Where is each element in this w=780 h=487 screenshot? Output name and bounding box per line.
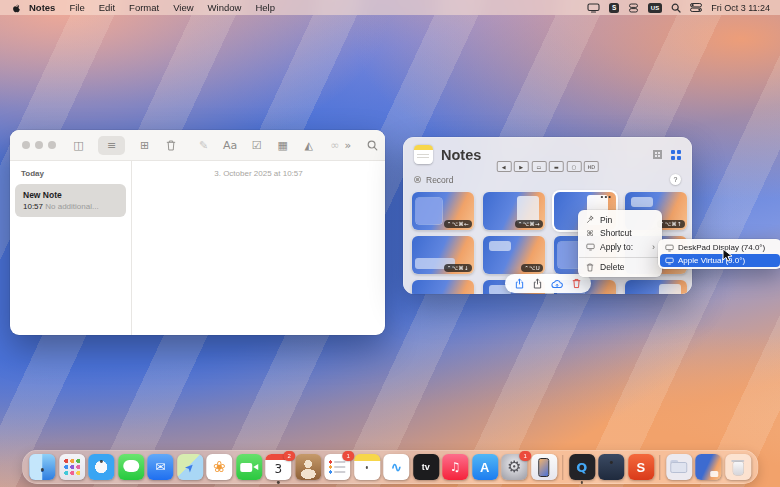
dock-messages[interactable] [118, 454, 144, 480]
menu-bar-clock[interactable]: Fri Oct 3 11:24 [711, 3, 770, 13]
delete-note-icon[interactable] [164, 137, 177, 154]
dock-quicktime[interactable]: Q [569, 454, 595, 480]
list-view-icon[interactable]: ≡ [98, 136, 125, 155]
thumbnail-window-shape [631, 197, 653, 207]
dock-safari[interactable] [88, 454, 114, 480]
display-icon [665, 257, 674, 265]
menu-item[interactable]: Window [208, 2, 242, 13]
toolbar-overflow-icon[interactable]: » [341, 137, 354, 154]
submenu-chevron-icon: › [652, 242, 655, 252]
sidebar-toggle-icon[interactable]: ◫ [72, 137, 85, 154]
menu-item-apply-to[interactable]: Apply to: › [578, 240, 662, 254]
format-icon[interactable]: Aa [223, 137, 237, 154]
search-icon[interactable] [366, 137, 379, 154]
gallery-view-active-icon[interactable] [671, 150, 681, 160]
panel-title: Notes [441, 147, 481, 163]
thumbnail-shortcut-badge: ⌃⌥⌘↓ [444, 264, 472, 272]
grid-view-icon[interactable] [653, 150, 662, 159]
thumbnail-shortcut-badge: ⌃⌥U [521, 264, 543, 272]
export-icon[interactable] [533, 278, 542, 289]
recording-thumbnail[interactable]: ⌃⌥⌘↓ [412, 236, 474, 274]
display-option-button[interactable]: ▭ [531, 161, 546, 172]
menu-item-delete[interactable]: Delete [578, 261, 662, 275]
dock-app-store[interactable]: A [472, 454, 498, 480]
dock-settings[interactable]: ⚙ 1 [501, 454, 527, 480]
dock-downloads[interactable] [666, 454, 692, 480]
menu-item[interactable]: Format [129, 2, 159, 13]
note-editor[interactable]: 3. October 2025 at 10:57 [132, 161, 385, 335]
zoom-button[interactable] [48, 141, 56, 149]
stacked-windows-menu-icon[interactable] [628, 3, 639, 13]
menu-item[interactable]: File [69, 2, 84, 13]
active-app-name[interactable]: Notes [29, 2, 55, 13]
notes-section-header: Today [15, 167, 126, 184]
dock-facetime[interactable] [236, 454, 262, 480]
dock-apple-tv[interactable]: tv [413, 454, 439, 480]
dock-freeform[interactable]: ∿ [383, 454, 409, 480]
submenu-item[interactable]: Apple Virtual (9.0°) [660, 254, 780, 267]
dock-music[interactable]: ♫ [442, 454, 468, 480]
menu-item[interactable]: Edit [99, 2, 115, 13]
icloud-upload-icon[interactable] [551, 279, 563, 289]
menu-bar: Notes FileEditFormatViewWindowHelp S US … [0, 0, 780, 15]
close-button[interactable] [22, 141, 30, 149]
thumbnail-shortcut-badge: ⌃⌥⌘← [444, 220, 472, 228]
submenu-item[interactable]: DeskPad Display (74.0°) [660, 241, 780, 254]
dock-iphone-mirroring[interactable] [531, 454, 557, 480]
dock: ✉ ➤ ❀ 3 2 1 [22, 450, 758, 484]
help-button[interactable]: ? [670, 174, 681, 185]
spotlight-icon[interactable] [671, 3, 681, 13]
media-icon[interactable]: ◭ [302, 137, 315, 154]
notification-badge: 1 [519, 451, 531, 461]
dock-contacts[interactable] [295, 454, 321, 480]
shottr-menu-icon[interactable]: S [609, 3, 619, 13]
menu-item-pin[interactable]: Pin [578, 213, 662, 227]
thumbnail-action-bar [505, 274, 591, 293]
dock-minimized-window[interactable] [695, 454, 721, 480]
recording-thumbnail[interactable]: ⌃⌥⌘← [412, 192, 474, 230]
delete-recording-icon[interactable] [572, 278, 581, 289]
minimize-button[interactable] [35, 141, 43, 149]
apple-menu-icon[interactable] [10, 2, 21, 14]
menu-item[interactable]: Help [255, 2, 275, 13]
table-icon[interactable]: ▦ [276, 137, 289, 154]
menu-item-shortcut[interactable]: ⌘ Shortcut [578, 227, 662, 241]
menu-item[interactable]: View [173, 2, 193, 13]
link-icon[interactable]: ∞ [328, 137, 341, 154]
dock-photos[interactable]: ❀ [206, 454, 232, 480]
dock-calendar[interactable]: 3 2 [265, 454, 291, 480]
recording-thumbnail[interactable]: ⌃⌥U [483, 236, 545, 274]
dock-maps[interactable]: ➤ [177, 454, 203, 480]
thumbnail-menu-dots[interactable]: ••• [601, 192, 612, 201]
dock-notes[interactable] [354, 454, 380, 480]
dock-reminders[interactable]: 1 [324, 454, 350, 480]
control-center-icon[interactable] [690, 3, 702, 12]
recording-thumbnail[interactable] [625, 280, 687, 294]
dock-finder[interactable] [29, 454, 55, 480]
dock-shottr[interactable]: S [628, 454, 654, 480]
recording-thumbnail[interactable] [412, 280, 474, 294]
overlay-option-button[interactable]: ▢ [566, 161, 581, 172]
input-source-badge[interactable]: US [648, 3, 662, 13]
step-back-button[interactable]: ◀ [496, 161, 511, 172]
note-list-item[interactable]: New Note 10:57 No additional... [15, 184, 126, 217]
display-option-filled-button[interactable]: ▬ [549, 161, 564, 172]
notification-badge: 1 [342, 451, 354, 461]
window-controls [22, 141, 56, 149]
play-button[interactable]: ▶ [514, 161, 529, 172]
submenu-item-label: DeskPad Display (74.0°) [678, 243, 765, 252]
hd-quality-button[interactable]: HD [584, 161, 599, 172]
gallery-view-icon[interactable]: ⊞ [138, 137, 151, 154]
dock-trash[interactable] [725, 454, 751, 480]
recording-thumbnail[interactable]: ⌃⌥⌘→ [483, 192, 545, 230]
submenu-item-label: Apple Virtual (9.0°) [678, 256, 745, 265]
share-icon[interactable] [515, 278, 524, 289]
checklist-icon[interactable]: ☑ [250, 137, 263, 154]
compose-icon[interactable]: ✎ [197, 137, 210, 154]
display-icon [585, 243, 595, 251]
dock-launchpad[interactable] [59, 454, 85, 480]
menu-item-label: Pin [600, 215, 612, 225]
dock-deskpad[interactable] [598, 454, 624, 480]
dock-mail[interactable]: ✉ [147, 454, 173, 480]
deskpad-menu-icon[interactable] [587, 3, 600, 13]
